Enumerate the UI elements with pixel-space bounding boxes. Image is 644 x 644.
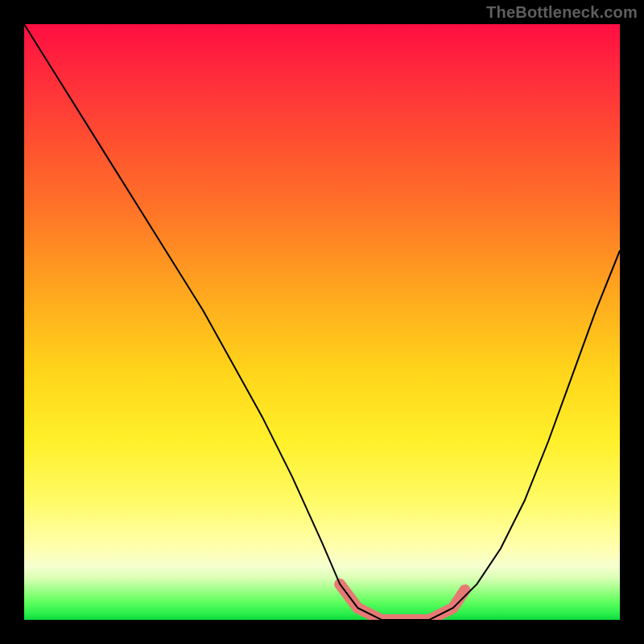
optimal-range-highlight bbox=[340, 584, 464, 620]
watermark-text: TheBottleneck.com bbox=[486, 3, 638, 22]
chart-container: TheBottleneck.com bbox=[0, 0, 644, 644]
plot-area bbox=[24, 24, 620, 620]
chart-svg bbox=[24, 24, 620, 620]
bottleneck-curve bbox=[24, 24, 620, 620]
